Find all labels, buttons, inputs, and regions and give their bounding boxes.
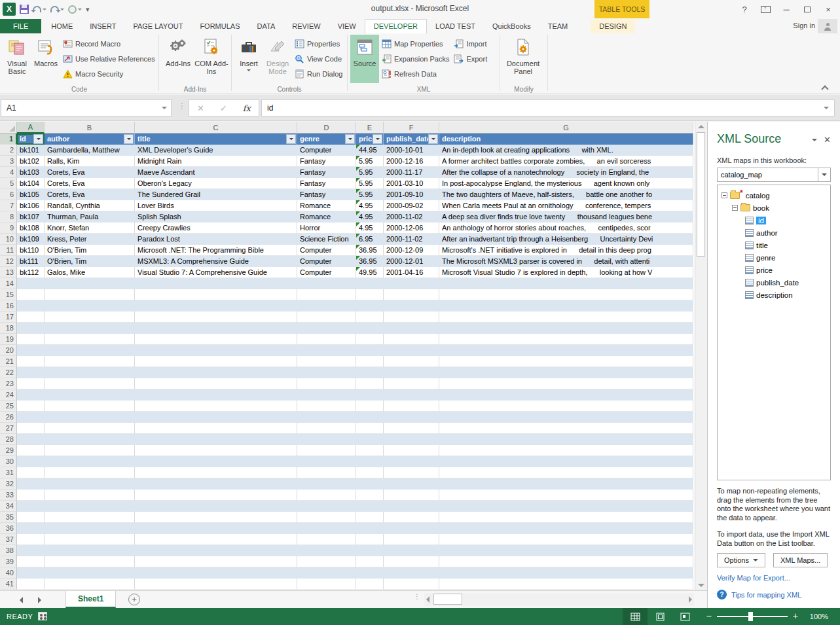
- cell-D21[interactable]: [297, 356, 356, 367]
- cell-G8[interactable]: A deep sea diver finds true love twenty …: [439, 211, 693, 223]
- cell-A7[interactable]: bk106: [17, 200, 45, 211]
- cell-F20[interactable]: [384, 345, 439, 356]
- cell-F21[interactable]: [384, 356, 439, 367]
- cell-E41[interactable]: [356, 579, 384, 590]
- cell-G22[interactable]: [439, 367, 693, 378]
- cell-G13[interactable]: Microsoft Visual Studio 7 is explored in…: [439, 267, 693, 278]
- filter-dropdown-button[interactable]: [124, 134, 134, 144]
- formula-bar-splitter[interactable]: ⋮: [178, 101, 186, 111]
- cell-F4[interactable]: 2000-11-17: [384, 167, 439, 178]
- cell-G32[interactable]: [439, 478, 693, 490]
- cell-B13[interactable]: Galos, Mike: [45, 267, 135, 278]
- cell-D14[interactable]: [297, 278, 356, 289]
- cell-B34[interactable]: [45, 501, 135, 512]
- avatar[interactable]: [818, 19, 837, 33]
- cell-A21[interactable]: [17, 356, 45, 367]
- cell-A22[interactable]: [17, 367, 45, 378]
- cell-C17[interactable]: [135, 312, 297, 323]
- cell-G6[interactable]: The two daughters of Maeve, half-sisters…: [439, 189, 693, 200]
- cell-D29[interactable]: [297, 445, 356, 456]
- cancel-entry-icon[interactable]: ✕: [197, 103, 204, 113]
- cell-D3[interactable]: Fantasy: [297, 156, 356, 167]
- row-header-24[interactable]: 24: [0, 389, 17, 401]
- cell-C6[interactable]: The Sundered Grail: [135, 189, 297, 200]
- row-header-22[interactable]: 22: [0, 367, 17, 378]
- cell-G30[interactable]: [439, 456, 693, 467]
- cell-A28[interactable]: [17, 434, 45, 445]
- cell-F19[interactable]: [384, 334, 439, 345]
- cell-E6[interactable]: 5.95: [356, 189, 384, 200]
- cell-D38[interactable]: [297, 545, 356, 556]
- cell-F3[interactable]: 2000-12-16: [384, 156, 439, 167]
- cell-C27[interactable]: [135, 423, 297, 434]
- cell-D18[interactable]: [297, 323, 356, 334]
- cell-C12[interactable]: MSXML3: A Comprehensive Guide: [135, 256, 297, 267]
- cell-B2[interactable]: Gambardella, Matthew: [45, 145, 135, 156]
- cell-D37[interactable]: [297, 534, 356, 545]
- vertical-scroll-thumb[interactable]: [697, 132, 705, 257]
- cell-F15[interactable]: [384, 289, 439, 300]
- cell-G15[interactable]: [439, 289, 693, 300]
- table-header-cell-id[interactable]: id: [17, 134, 45, 145]
- cell-D26[interactable]: [297, 412, 356, 423]
- cell-F10[interactable]: 2000-11-02: [384, 234, 439, 245]
- zoom-in-button[interactable]: +: [793, 611, 798, 621]
- cell-C34[interactable]: [135, 501, 297, 512]
- cell-B36[interactable]: [45, 523, 135, 534]
- row-header-26[interactable]: 26: [0, 412, 17, 423]
- xml-map-select[interactable]: catalog_map: [717, 168, 831, 182]
- cell-F22[interactable]: [384, 367, 439, 378]
- cell-B3[interactable]: Ralls, Kim: [45, 156, 135, 167]
- cell-C29[interactable]: [135, 445, 297, 456]
- cell-C31[interactable]: [135, 467, 297, 478]
- cell-E14[interactable]: [356, 278, 384, 289]
- cell-F24[interactable]: [384, 389, 439, 401]
- cell-G18[interactable]: [439, 323, 693, 334]
- cell-A12[interactable]: bk111: [17, 256, 45, 267]
- row-header-29[interactable]: 29: [0, 445, 17, 456]
- cell-C32[interactable]: [135, 478, 297, 490]
- filter-dropdown-button[interactable]: [345, 134, 355, 144]
- cell-B28[interactable]: [45, 434, 135, 445]
- cell-C30[interactable]: [135, 456, 297, 467]
- row-header-20[interactable]: 20: [0, 345, 17, 356]
- cell-B5[interactable]: Corets, Eva: [45, 178, 135, 189]
- cell-D31[interactable]: [297, 467, 356, 478]
- cell-E16[interactable]: [356, 300, 384, 312]
- cell-A15[interactable]: [17, 289, 45, 300]
- cell-G14[interactable]: [439, 278, 693, 289]
- macros-button[interactable]: Macros: [31, 35, 60, 83]
- column-header-B[interactable]: B: [45, 122, 135, 134]
- cell-G28[interactable]: [439, 434, 693, 445]
- table-header-cell-genre[interactable]: genre: [297, 134, 356, 145]
- cell-F39[interactable]: [384, 556, 439, 567]
- collapse-box-icon[interactable]: [732, 205, 738, 211]
- cell-D41[interactable]: [297, 579, 356, 590]
- cell-A33[interactable]: [17, 490, 45, 501]
- cell-E9[interactable]: 4.95: [356, 223, 384, 234]
- filter-dropdown-button[interactable]: [373, 134, 382, 144]
- cell-C18[interactable]: [135, 323, 297, 334]
- cell-A17[interactable]: [17, 312, 45, 323]
- vertical-scrollbar[interactable]: [695, 122, 706, 590]
- row-header-14[interactable]: 14: [0, 278, 17, 289]
- cell-E8[interactable]: 4.95: [356, 211, 384, 223]
- cell-F17[interactable]: [384, 312, 439, 323]
- select-all-corner[interactable]: [0, 122, 17, 134]
- cell-E26[interactable]: [356, 412, 384, 423]
- row-header-27[interactable]: 27: [0, 423, 17, 434]
- cell-B31[interactable]: [45, 467, 135, 478]
- cell-C39[interactable]: [135, 556, 297, 567]
- cell-C35[interactable]: [135, 512, 297, 523]
- cell-A5[interactable]: bk104: [17, 178, 45, 189]
- formula-bar-expand-icon[interactable]: [824, 107, 829, 112]
- cell-B16[interactable]: [45, 300, 135, 312]
- cell-D17[interactable]: [297, 312, 356, 323]
- cell-B37[interactable]: [45, 534, 135, 545]
- cell-B20[interactable]: [45, 345, 135, 356]
- name-box[interactable]: A1: [1, 99, 172, 116]
- row-header-2[interactable]: 2: [0, 145, 17, 156]
- insert-control-button[interactable]: Insert: [234, 35, 263, 83]
- cell-E39[interactable]: [356, 556, 384, 567]
- cell-C37[interactable]: [135, 534, 297, 545]
